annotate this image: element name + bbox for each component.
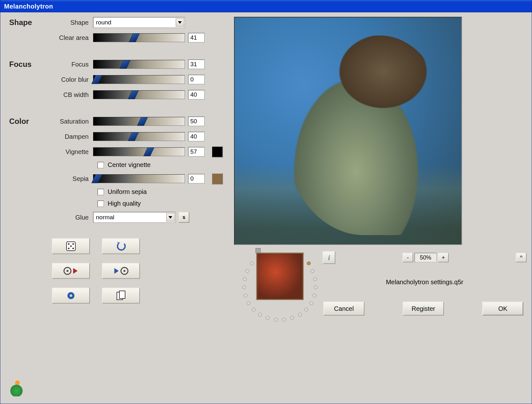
input-sepia[interactable]: 0 <box>188 174 205 183</box>
copy-icon <box>116 290 126 301</box>
section-heading-shape: Shape <box>9 18 32 27</box>
svg-point-9 <box>124 270 125 272</box>
info-zoom-area: i - 50% + ^ Melancholytron settings.q5r … <box>323 249 527 316</box>
label-vignette: Vignette <box>44 148 93 156</box>
settings-filename: Melancholytron settings.q5r <box>386 279 464 286</box>
label-shape: Shape <box>44 19 93 26</box>
svg-point-3 <box>70 246 72 247</box>
dice-button[interactable] <box>52 238 90 254</box>
disc-play-icon <box>63 266 79 276</box>
play-disc-icon <box>113 266 129 276</box>
zoom-out-button[interactable]: - <box>402 253 413 262</box>
label-sepia: Sepia <box>44 175 93 183</box>
label-focus: Focus <box>44 61 93 68</box>
preview-panel: i - 50% + ^ Melancholytron settings.q5r … <box>234 17 527 401</box>
settings-panel: Shape Shape round Cle <box>9 17 234 401</box>
section-heading-focus: Focus <box>9 60 32 69</box>
app-window: Melancholytron Shape Shape round <box>0 0 532 404</box>
glue-s-button[interactable]: s <box>179 212 189 223</box>
label-glue: Glue <box>44 214 93 221</box>
caret-button[interactable]: ^ <box>516 253 527 262</box>
input-focus[interactable]: 31 <box>188 60 205 69</box>
svg-point-4 <box>68 248 70 249</box>
dropdown-glue-value: normal <box>96 214 114 221</box>
register-button[interactable]: Register <box>403 302 444 316</box>
section-heading-color: Color <box>9 117 29 126</box>
swatch-vignette[interactable] <box>212 146 223 157</box>
section-color: Color Saturation 50 Dampen <box>9 116 225 227</box>
label-center-vignette: Center vignette <box>108 161 151 169</box>
window-title: Melancholytron <box>4 3 53 10</box>
svg-point-2 <box>73 243 74 245</box>
cancel-button[interactable]: Cancel <box>323 302 364 316</box>
play-disc-button[interactable] <box>102 263 140 279</box>
app-logo-icon <box>10 382 23 396</box>
checkbox-uniform-sepia[interactable] <box>98 189 104 195</box>
checkbox-high-quality[interactable] <box>98 201 104 207</box>
svg-rect-13 <box>119 291 125 298</box>
preview-controls: i - 50% + ^ Melancholytron settings.q5r … <box>234 245 527 332</box>
input-vignette[interactable]: 57 <box>188 147 205 157</box>
input-color-blur[interactable]: 0 <box>188 75 205 84</box>
slider-focus[interactable] <box>93 60 185 69</box>
slider-clear-area[interactable] <box>93 33 185 42</box>
chevron-down-icon[interactable] <box>176 18 184 27</box>
dropdown-shape-value: round <box>96 19 111 26</box>
zoom-in-button[interactable]: + <box>438 253 449 262</box>
slider-cb-width[interactable] <box>93 90 185 99</box>
label-saturation: Saturation <box>44 118 93 125</box>
slider-dampen[interactable] <box>93 132 185 141</box>
titlebar[interactable]: Melancholytron <box>0 0 532 12</box>
thumb-preview[interactable] <box>256 253 304 300</box>
zoom-value: 50% <box>415 253 437 262</box>
slider-sepia[interactable] <box>93 174 185 183</box>
ok-button[interactable]: OK <box>482 302 523 316</box>
slider-vignette[interactable] <box>93 147 185 156</box>
dropdown-glue[interactable]: normal <box>93 212 175 223</box>
slider-saturation[interactable] <box>93 117 185 126</box>
checkbox-center-vignette[interactable] <box>98 162 104 168</box>
info-button[interactable]: i <box>323 251 335 264</box>
label-color-blur: Color blur <box>44 76 93 83</box>
input-cb-width[interactable]: 40 <box>188 90 205 99</box>
content-area: Shape Shape round Cle <box>0 12 532 404</box>
record-icon <box>66 291 76 300</box>
zoom-controls: - 50% + <box>402 253 449 262</box>
label-high-quality: High quality <box>108 200 141 207</box>
copy-button[interactable] <box>102 288 140 304</box>
label-uniform-sepia: Uniform sepia <box>108 188 147 196</box>
section-shape: Shape Shape round Cle <box>9 17 225 47</box>
preview-image[interactable] <box>234 17 462 245</box>
chevron-down-icon[interactable] <box>166 213 174 221</box>
svg-point-11 <box>70 294 72 297</box>
label-dampen: Dampen <box>44 133 93 140</box>
label-cb-width: CB width <box>44 91 93 99</box>
swatch-sepia[interactable] <box>212 173 223 184</box>
svg-point-7 <box>66 270 68 272</box>
input-clear-area[interactable]: 41 <box>188 33 205 42</box>
thumb-carousel[interactable] <box>234 249 323 332</box>
slider-color-blur[interactable] <box>93 75 185 84</box>
input-saturation[interactable]: 50 <box>188 117 205 126</box>
undo-icon <box>115 240 127 252</box>
svg-point-5 <box>73 248 74 249</box>
dice-icon <box>65 240 77 252</box>
action-button-grid <box>52 238 225 304</box>
record-button[interactable] <box>52 288 90 304</box>
dropdown-shape[interactable]: round <box>93 17 185 28</box>
undo-button[interactable] <box>102 238 140 254</box>
input-dampen[interactable]: 40 <box>188 132 205 141</box>
section-focus: Focus Focus 31 Color blur <box>9 59 225 104</box>
label-clear-area: Clear area <box>44 34 93 42</box>
svg-point-1 <box>68 243 70 245</box>
disc-play-button[interactable] <box>52 263 90 279</box>
